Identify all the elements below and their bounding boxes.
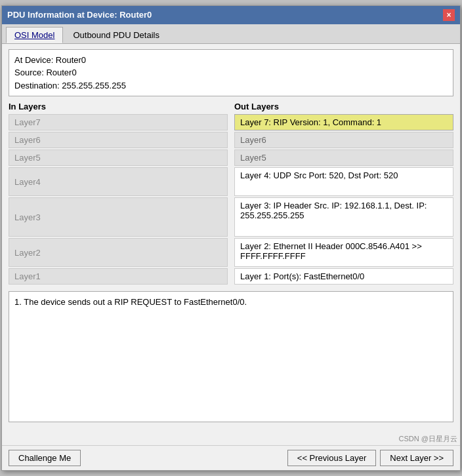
in-layer4[interactable]: Layer4 [9,167,228,196]
footer-nav-buttons: << Previous Layer Next Layer >> [287,450,453,466]
out-layer2[interactable]: Layer 2: Ethernet II Header 000C.8546.A4… [234,238,453,267]
device-info-box: At Device: Router0 Source: Router0 Desti… [9,49,453,97]
window-title: PDU Information at Device: Router0 [7,10,152,20]
description-text: 1. The device sends out a RIP REQUEST to… [14,297,247,307]
device-info-destination: Destination: 255.255.255.255 [14,79,448,92]
in-layer5[interactable]: Layer5 [9,149,228,166]
device-info-at: At Device: Router0 [14,54,448,67]
out-layer5[interactable]: Layer5 [234,149,453,166]
tab-osi-model[interactable]: OSI Model [6,27,63,43]
in-layer2[interactable]: Layer2 [9,238,228,267]
title-bar: PDU Information at Device: Router0 × [2,6,460,24]
out-layer6[interactable]: Layer6 [234,132,453,148]
main-content: At Device: Router0 Source: Router0 Desti… [2,44,460,433]
out-layer1[interactable]: Layer 1: Port(s): FastEthernet0/0 [234,268,453,285]
in-layers-header: In Layers [9,102,228,111]
out-layers-header: Out Layers [234,102,453,111]
prev-layer-button[interactable]: << Previous Layer [287,450,377,466]
next-layer-button[interactable]: Next Layer >> [380,450,453,466]
description-box: 1. The device sends out a RIP REQUEST to… [9,291,453,422]
out-layer3[interactable]: Layer 3: IP Header Src. IP: 192.168.1.1,… [234,197,453,237]
main-window: PDU Information at Device: Router0 × OSI… [1,5,461,471]
in-layer7[interactable]: Layer7 [9,114,228,130]
tab-outbound-pdu[interactable]: Outbound PDU Details [64,27,168,43]
out-layers-col: Out Layers Layer 7: RIP Version: 1, Comm… [234,102,453,286]
out-layer7[interactable]: Layer 7: RIP Version: 1, Command: 1 [234,114,453,130]
in-layer3[interactable]: Layer3 [9,197,228,237]
device-info-source: Source: Router0 [14,66,448,79]
tab-bar: OSI Model Outbound PDU Details [2,24,460,44]
out-layer4[interactable]: Layer 4: UDP Src Port: 520, Dst Port: 52… [234,167,453,196]
layers-container: In Layers Layer7 Layer6 Layer5 Layer4 La… [9,102,453,286]
watermark: CSDN @日星月云 [2,433,460,445]
challenge-me-button[interactable]: Challenge Me [9,450,81,466]
in-layers-col: In Layers Layer7 Layer6 Layer5 Layer4 La… [9,102,228,286]
in-layer1[interactable]: Layer1 [9,268,228,285]
in-layer6[interactable]: Layer6 [9,132,228,148]
close-button[interactable]: × [443,9,455,21]
footer: Challenge Me << Previous Layer Next Laye… [2,445,460,470]
